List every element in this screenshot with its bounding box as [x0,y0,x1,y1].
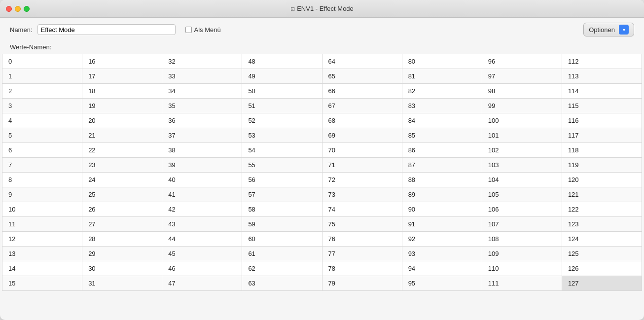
table-cell[interactable]: 120 [562,173,642,187]
table-cell[interactable]: 70 [322,143,402,158]
table-cell[interactable]: 57 [242,187,322,202]
table-cell[interactable]: 25 [82,187,162,202]
table-cell[interactable]: 122 [562,202,642,217]
table-cell[interactable]: 80 [402,54,482,69]
table-row[interactable]: 0163248648096112 [2,54,642,69]
table-cell[interactable]: 83 [402,99,482,113]
table-cell[interactable]: 49 [242,69,322,84]
table-cell[interactable]: 52 [242,113,322,128]
minimize-button[interactable] [15,6,21,12]
maximize-button[interactable] [24,6,30,12]
table-row[interactable]: 132945617793109125 [2,247,642,261]
table-cell[interactable]: 10 [2,202,82,217]
table-cell[interactable]: 94 [402,261,482,276]
als-menu-checkbox[interactable] [185,27,192,33]
table-cell[interactable]: 3 [2,99,82,113]
table-cell[interactable]: 92 [402,232,482,247]
table-row[interactable]: 82440567288104120 [2,173,642,187]
table-cell[interactable]: 45 [162,247,242,261]
table-cell[interactable]: 24 [82,173,162,187]
table-cell[interactable]: 127 [562,276,642,291]
table-cell[interactable]: 39 [162,158,242,173]
table-cell[interactable]: 46 [162,261,242,276]
table-cell[interactable]: 16 [82,54,162,69]
table-cell[interactable]: 42 [162,202,242,217]
values-table-container[interactable]: 0163248648096112117334965819711321834506… [2,54,642,318]
table-row[interactable]: 153147637995111127 [2,276,642,291]
table-cell[interactable]: 15 [2,276,82,291]
table-cell[interactable]: 59 [242,217,322,232]
table-cell[interactable]: 125 [562,247,642,261]
table-cell[interactable]: 38 [162,143,242,158]
table-cell[interactable]: 27 [82,217,162,232]
table-cell[interactable]: 107 [482,217,562,232]
table-cell[interactable]: 71 [322,158,402,173]
table-cell[interactable]: 124 [562,232,642,247]
table-cell[interactable]: 76 [322,232,402,247]
table-cell[interactable]: 69 [322,128,402,143]
table-row[interactable]: 92541577389105121 [2,187,642,202]
table-cell[interactable]: 105 [482,187,562,202]
table-cell[interactable]: 75 [322,217,402,232]
table-cell[interactable]: 30 [82,261,162,276]
table-cell[interactable]: 20 [82,113,162,128]
table-cell[interactable]: 98 [482,84,562,99]
table-cell[interactable]: 101 [482,128,562,143]
table-row[interactable]: 1173349658197113 [2,69,642,84]
table-cell[interactable]: 67 [322,99,402,113]
table-cell[interactable]: 74 [322,202,402,217]
table-cell[interactable]: 44 [162,232,242,247]
table-row[interactable]: 72339557187103119 [2,158,642,173]
table-cell[interactable]: 73 [322,187,402,202]
table-row[interactable]: 42036526884100116 [2,113,642,128]
table-cell[interactable]: 4 [2,113,82,128]
table-cell[interactable]: 108 [482,232,562,247]
close-button[interactable] [6,6,12,12]
table-row[interactable]: 2183450668298114 [2,84,642,99]
table-cell[interactable]: 84 [402,113,482,128]
table-row[interactable]: 122844607692108124 [2,232,642,247]
table-cell[interactable]: 91 [402,217,482,232]
table-cell[interactable]: 93 [402,247,482,261]
table-cell[interactable]: 66 [322,84,402,99]
table-cell[interactable]: 41 [162,187,242,202]
table-cell[interactable]: 87 [402,158,482,173]
table-cell[interactable]: 72 [322,173,402,187]
table-cell[interactable]: 28 [82,232,162,247]
table-row[interactable]: 143046627894110126 [2,261,642,276]
table-cell[interactable]: 114 [562,84,642,99]
table-cell[interactable]: 79 [322,276,402,291]
table-cell[interactable]: 63 [242,276,322,291]
table-cell[interactable]: 26 [82,202,162,217]
table-cell[interactable]: 61 [242,247,322,261]
table-cell[interactable]: 113 [562,69,642,84]
table-cell[interactable]: 90 [402,202,482,217]
table-cell[interactable]: 53 [242,128,322,143]
table-cell[interactable]: 68 [322,113,402,128]
table-row[interactable]: 62238547086102118 [2,143,642,158]
table-cell[interactable]: 18 [82,84,162,99]
table-cell[interactable]: 1 [2,69,82,84]
table-cell[interactable]: 31 [82,276,162,291]
table-cell[interactable]: 34 [162,84,242,99]
table-cell[interactable]: 123 [562,217,642,232]
optionen-button[interactable]: Optionen ▾ [583,23,634,36]
table-cell[interactable]: 86 [402,143,482,158]
table-cell[interactable]: 0 [2,54,82,69]
table-cell[interactable]: 22 [82,143,162,158]
table-cell[interactable]: 111 [482,276,562,291]
table-cell[interactable]: 9 [2,187,82,202]
table-cell[interactable]: 81 [402,69,482,84]
table-cell[interactable]: 85 [402,128,482,143]
table-cell[interactable]: 32 [162,54,242,69]
table-cell[interactable]: 50 [242,84,322,99]
table-cell[interactable]: 82 [402,84,482,99]
table-cell[interactable]: 58 [242,202,322,217]
table-cell[interactable]: 96 [482,54,562,69]
table-cell[interactable]: 47 [162,276,242,291]
table-cell[interactable]: 8 [2,173,82,187]
table-cell[interactable]: 7 [2,158,82,173]
table-cell[interactable]: 110 [482,261,562,276]
table-cell[interactable]: 48 [242,54,322,69]
table-cell[interactable]: 115 [562,99,642,113]
